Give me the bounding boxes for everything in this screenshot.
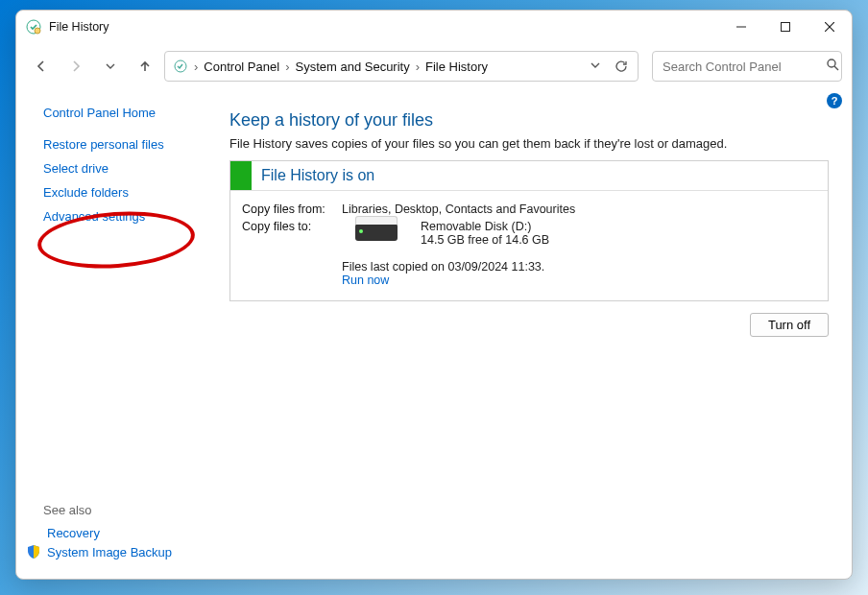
chevron-right-icon: › bbox=[283, 60, 291, 74]
drive-icon bbox=[355, 224, 398, 241]
breadcrumb-dropdown[interactable] bbox=[588, 60, 603, 74]
window: File History › Control Panel › System an… bbox=[15, 10, 853, 580]
close-button[interactable] bbox=[808, 12, 852, 41]
sidebar-link-restore[interactable]: Restore personal files bbox=[43, 137, 164, 152]
see-also-heading: See also bbox=[43, 503, 216, 517]
sidebar-link-select-drive[interactable]: Select drive bbox=[43, 161, 108, 176]
svg-rect-3 bbox=[782, 23, 790, 32]
chevron-right-icon: › bbox=[192, 60, 200, 74]
blank-icon bbox=[26, 525, 41, 540]
main-content: Keep a history of your files File Histor… bbox=[226, 89, 852, 579]
copy-from-label: Copy files from: bbox=[242, 202, 342, 216]
see-also-section: See also Recovery System Image Backup bbox=[43, 503, 216, 563]
shield-icon bbox=[26, 544, 41, 559]
svg-point-7 bbox=[828, 60, 835, 67]
page-subtext: File History saves copies of your files … bbox=[229, 136, 829, 151]
breadcrumb-icon bbox=[173, 59, 188, 74]
app-icon bbox=[26, 19, 41, 35]
sidebar-link-exclude[interactable]: Exclude folders bbox=[43, 185, 129, 200]
search-icon bbox=[826, 58, 839, 75]
copy-to-label: Copy files to: bbox=[242, 220, 342, 233]
help-button[interactable]: ? bbox=[827, 93, 842, 108]
maximize-button[interactable] bbox=[763, 12, 808, 41]
sidebar: Control Panel Home Restore personal file… bbox=[16, 89, 226, 579]
breadcrumb-item[interactable]: File History bbox=[425, 60, 488, 74]
svg-point-1 bbox=[35, 28, 40, 34]
search-input[interactable] bbox=[661, 59, 826, 75]
control-panel-home-link[interactable]: Control Panel Home bbox=[43, 106, 156, 120]
run-now-link[interactable]: Run now bbox=[342, 274, 389, 287]
nav-forward-button[interactable] bbox=[60, 51, 91, 82]
drive-name: Removable Disk (D:) bbox=[421, 220, 549, 233]
status-title: File History is on bbox=[261, 167, 374, 184]
navbar: › Control Panel › System and Security › … bbox=[16, 43, 852, 89]
nav-back-button[interactable] bbox=[26, 51, 57, 82]
turn-off-button[interactable]: Turn off bbox=[750, 313, 829, 337]
status-panel-header: File History is on bbox=[230, 161, 828, 191]
window-title: File History bbox=[49, 20, 109, 34]
search-box[interactable] bbox=[652, 51, 842, 82]
sidebar-link-advanced[interactable]: Advanced settings bbox=[43, 209, 145, 224]
breadcrumb-item[interactable]: Control Panel bbox=[204, 60, 279, 74]
minimize-button[interactable] bbox=[719, 12, 763, 41]
seealso-recovery-link[interactable]: Recovery bbox=[47, 526, 100, 540]
panel-body: Copy files from: Libraries, Desktop, Con… bbox=[230, 191, 828, 300]
drive-space: 14.5 GB free of 14.6 GB bbox=[421, 233, 549, 247]
svg-line-8 bbox=[834, 66, 838, 70]
chevron-right-icon: › bbox=[414, 60, 422, 74]
status-indicator-icon bbox=[230, 161, 252, 190]
last-copied-text: Files last copied on 03/09/2024 11:33. bbox=[342, 260, 544, 274]
refresh-button[interactable] bbox=[613, 58, 630, 75]
breadcrumb-item[interactable]: System and Security bbox=[295, 60, 409, 74]
page-heading: Keep a history of your files bbox=[229, 110, 829, 131]
nav-up-button[interactable] bbox=[130, 51, 160, 82]
status-panel: File History is on Copy files from: Libr… bbox=[229, 160, 829, 301]
seealso-system-image-link[interactable]: System Image Backup bbox=[47, 545, 172, 559]
titlebar: File History bbox=[16, 11, 852, 43]
nav-recent-button[interactable] bbox=[95, 51, 126, 82]
body: ? Control Panel Home Restore personal fi… bbox=[16, 89, 852, 579]
breadcrumb[interactable]: › Control Panel › System and Security › … bbox=[164, 51, 639, 82]
copy-from-value: Libraries, Desktop, Contacts and Favouri… bbox=[342, 202, 575, 216]
